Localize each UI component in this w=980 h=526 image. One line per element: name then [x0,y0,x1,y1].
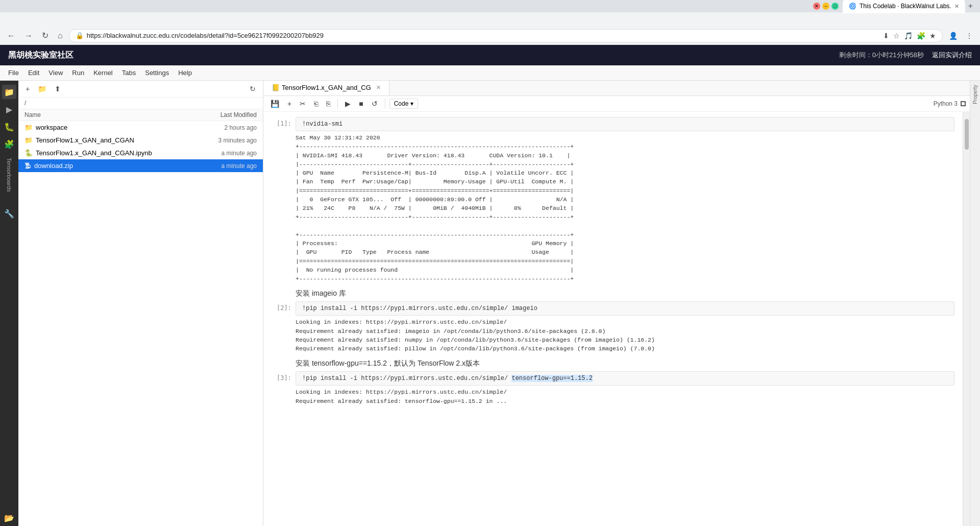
kernel-status-circle [961,101,966,106]
cell-type-select[interactable]: Code ▾ [389,99,419,109]
sidebar-files-icon[interactable]: 📁 [2,85,16,99]
cell-type-label: Code [394,100,409,107]
cell-1-body[interactable]: !nvidia-smi [296,117,954,131]
refresh-btn[interactable]: ↻ [247,83,259,95]
paste-btn[interactable]: ⎘ [323,98,333,109]
cell-1-code[interactable]: !nvidia-smi [296,117,954,131]
profile-btn[interactable]: 👤 [946,30,961,42]
sidebar-wrench-icon[interactable]: 🔧 [2,206,16,221]
menu-file[interactable]: File [4,67,23,79]
save-btn[interactable]: 💾 [267,98,282,109]
return-button[interactable]: 返回实训介绍 [932,51,972,60]
menu-view[interactable]: View [44,67,67,79]
file-name: TensorFlow1.x_GAN_and_CGAN [36,136,215,144]
scroll-thumb[interactable] [965,119,969,150]
sidebar-ext-icon[interactable]: 🧩 [2,137,16,151]
file-item-workspace[interactable]: 📁 workspace 2 hours ago [18,121,263,134]
restart-btn[interactable]: ↺ [369,98,381,109]
file-name: download.zip [34,162,218,170]
notebook-tab-icon: 📒 [272,84,280,91]
file-item-gan-folder[interactable]: 📁 TensorFlow1.x_GAN_and_CGAN 3 minutes a… [18,134,263,147]
new-folder-btn[interactable]: 📁 [35,83,50,95]
reload-button[interactable]: ↻ [39,30,52,41]
right-panel: Property [970,81,980,526]
markdown-1: 安装 imageio 库 [263,287,963,300]
tab-close-btn[interactable]: ✕ [954,3,959,10]
upload-btn[interactable]: ⬆ [52,83,64,95]
output-1: Sat May 30 12:31:42 2020 +--------------… [263,133,963,287]
new-tab-button[interactable]: + [965,2,976,11]
win-controls: ✕ – □ [813,3,839,10]
output-3-content: Looking in indexes: https://pypi.mirrors… [296,388,954,405]
win-max-btn[interactable]: □ [831,3,839,10]
stop-btn[interactable]: ■ [356,98,366,109]
breadcrumb-root[interactable]: / [24,100,26,107]
back-button[interactable]: ← [4,30,18,41]
sidebar-folder2-icon[interactable]: 📂 [2,511,16,525]
file-toolbar: + 📁 ⬆ ↻ [18,81,263,98]
notebook-tab-active[interactable]: 📒 TensorFlow1.x_GAN_and_CG ✕ [263,81,389,95]
browser-tab-active[interactable]: 🌀 This Codelab · BlackWalnut Labs. ✕ [843,0,965,13]
folder-icon: 📁 [24,124,33,131]
tab-favicon: 🌀 [849,3,856,10]
browser-chrome: ✕ – □ 🌀 This Codelab · BlackWalnut Labs.… [0,0,980,27]
file-panel: + 📁 ⬆ ↻ / Name Last Modified 📁 workspace… [18,81,263,526]
title-bar: ✕ – □ 🌀 This Codelab · BlackWalnut Labs.… [0,0,980,12]
notebook-content[interactable]: [1]: !nvidia-smi Sat May 30 12:31:42 202… [263,112,963,526]
file-item-ipynb[interactable]: 🐍 TensorFlow1.x_GAN_and_CGAN.ipynb a min… [18,147,263,159]
cell-3-body[interactable]: !pip install -i https://pypi.mirrors.ust… [296,371,954,386]
notebook-area: 📒 TensorFlow1.x_GAN_and_CG ✕ 💾 + ✂ ⎗ ⎘ ▶… [263,81,970,526]
chevron-down-icon: ▾ [410,100,413,107]
new-file-btn[interactable]: + [22,83,33,95]
cell-2-body[interactable]: !pip install -i https://pypi.mirrors.ust… [296,301,954,316]
output-2-number [267,318,296,353]
menu-tabs[interactable]: Tabs [118,67,140,79]
sidebar-tensorboard-icon[interactable]: Tensorboards [2,154,16,195]
app-logo: 黑胡桃实验室社区 [8,50,839,61]
markdown-2: 安装 tensorflow-gpu==1.15.2，默认为 TensorFlow… [263,357,963,370]
menu-settings[interactable]: Settings [141,67,173,79]
cell-2: [2]: !pip install -i https://pypi.mirror… [263,300,963,317]
tab-title: This Codelab · BlackWalnut Labs. [860,3,951,10]
forward-button[interactable]: → [21,30,36,41]
home-button[interactable]: ⌂ [55,30,66,41]
file-list-header: Name Last Modified [18,109,263,121]
url-bar[interactable]: 🔒 https://blackwalnut.zucc.edu.cn/codela… [69,29,943,42]
cell-3-code[interactable]: !pip install -i https://pypi.mirrors.ust… [296,371,954,386]
md-1-number [267,289,296,298]
cell-2-number: [2]: [267,301,296,316]
notebook-tab-close[interactable]: ✕ [376,84,381,91]
cell-2-code[interactable]: !pip install -i https://pypi.mirrors.ust… [296,301,954,316]
file-name: TensorFlow1.x_GAN_and_CGAN.ipynb [36,149,218,157]
copy-btn[interactable]: ⎗ [311,98,321,109]
right-panel-label: Property [972,85,978,104]
file-modified: 3 minutes ago [218,137,257,144]
url-text: https://blackwalnut.zucc.edu.cn/codelabs… [87,32,880,39]
win-close-btn[interactable]: ✕ [813,3,820,10]
sidebar-icons: 📁 ▶ 🐛 🧩 Tensorboards 🔧 📂 [0,81,18,526]
add-cell-btn[interactable]: + [284,98,295,109]
cell-1: [1]: !nvidia-smi [263,116,963,132]
menu-run[interactable]: Run [68,67,88,79]
star-icon: ☆ [893,32,900,40]
output-1-content: Sat May 30 12:31:42 2020 +--------------… [296,133,954,283]
sidebar-run-icon[interactable]: ▶ [2,102,16,116]
md-1-content: 安装 imageio 库 [296,289,954,298]
win-min-btn[interactable]: – [822,3,829,10]
sidebar-debug-icon[interactable]: 🐛 [2,119,16,134]
cut-btn[interactable]: ✂ [297,98,309,109]
extension-icon: 🧩 [917,32,925,40]
output-2-content: Looking in indexes: https://pypi.mirrors… [296,318,954,353]
cast-icon: 🎵 [904,32,913,40]
menu-kernel[interactable]: Kernel [89,67,117,79]
run-btn[interactable]: ▶ [342,98,354,109]
menu-btn[interactable]: ⋮ [963,30,976,42]
notebook-scrollbar[interactable] [963,112,970,526]
url-icons: ⬇ ☆ 🎵 🧩 ★ [883,32,936,40]
file-item-zip[interactable]: 🗜 download.zip a minute ago [18,159,263,172]
menu-help[interactable]: Help [174,67,196,79]
menu-edit[interactable]: Edit [24,67,43,79]
file-modified: a minute ago [222,150,257,157]
notebook-tabs: 📒 TensorFlow1.x_GAN_and_CG ✕ [263,81,970,96]
notebook-toolbar: 💾 + ✂ ⎗ ⎘ ▶ ■ ↺ Code ▾ Python 3 [263,96,970,112]
